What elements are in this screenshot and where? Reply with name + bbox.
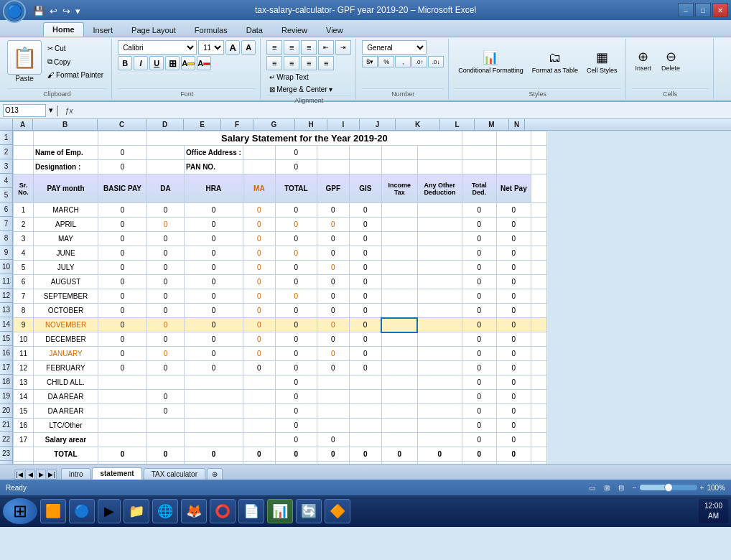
comma-btn[interactable]: , (395, 56, 411, 67)
taskbar-vlc-btn[interactable]: 🔶 (325, 499, 350, 523)
cell-G9[interactable]: 0 (275, 261, 317, 275)
cell-A17[interactable]: 13 (14, 375, 34, 390)
cell-A7[interactable]: 3 (14, 232, 34, 246)
align-justify-btn[interactable]: ≡ (318, 56, 334, 70)
col-header-C[interactable]: C (98, 119, 146, 130)
cell-A18[interactable]: 14 (14, 390, 34, 404)
cell-E16[interactable]: 0 (185, 361, 243, 375)
cell-I5[interactable]: 0 (349, 203, 381, 218)
cell-B7[interactable]: MAY (34, 232, 98, 246)
cell-B5[interactable]: MARCH (34, 203, 98, 218)
save-quick-btn[interactable]: 💾 (32, 4, 46, 18)
sheet-tab-statement[interactable]: statement (92, 467, 141, 480)
cell-E17[interactable] (185, 375, 243, 390)
cell-F20[interactable] (243, 419, 275, 433)
cell-D4[interactable]: DA (147, 174, 185, 203)
cell-N15[interactable] (531, 347, 546, 361)
cell-G2[interactable]: 0 (275, 146, 317, 160)
cell-K21[interactable] (417, 433, 462, 447)
cell-J20[interactable] (381, 419, 417, 433)
cell-E9[interactable]: 0 (185, 261, 243, 275)
cell-N22[interactable] (531, 447, 546, 462)
cell-K5[interactable] (417, 203, 462, 218)
cell-B2[interactable]: Name of Emp. (34, 146, 98, 160)
cell-C21[interactable] (98, 433, 147, 447)
office-button[interactable]: 🔵 (3, 0, 26, 23)
cell-N14[interactable] (531, 332, 546, 347)
cell-L4[interactable]: TotalDed. (462, 174, 496, 203)
cell-reference-input[interactable] (3, 104, 46, 117)
cell-I20[interactable] (349, 419, 381, 433)
bold-button[interactable]: B (118, 56, 132, 70)
cell-E12[interactable]: 0 (185, 304, 243, 318)
cell-K3[interactable] (417, 160, 462, 174)
cell-M1[interactable] (496, 131, 531, 146)
cell-C3[interactable]: 0 (98, 160, 147, 174)
row-num-15[interactable]: 15 (0, 332, 12, 346)
cell-J22[interactable]: 0 (381, 447, 417, 462)
cell-F6[interactable]: 0 (243, 218, 275, 232)
cell-I2[interactable] (349, 146, 381, 160)
cell-N23[interactable] (531, 462, 546, 465)
minimize-btn[interactable]: – (678, 3, 694, 17)
cell-M12[interactable]: 0 (496, 304, 531, 318)
cell-G16[interactable]: 0 (275, 361, 317, 375)
cell-K6[interactable] (417, 218, 462, 232)
cell-M5[interactable]: 0 (496, 203, 531, 218)
row-num-22[interactable]: 22 (0, 432, 12, 447)
cell-C5[interactable]: 0 (98, 203, 147, 218)
cell-N5[interactable] (531, 203, 546, 218)
prev-sheet-btn[interactable]: ◀ (25, 470, 35, 480)
start-button[interactable]: ⊞ (3, 498, 37, 524)
fill-color-button[interactable]: A (181, 56, 195, 70)
cell-F21[interactable] (243, 433, 275, 447)
cell-D18[interactable]: 0 (147, 390, 185, 404)
cell-C13[interactable]: 0 (98, 318, 147, 332)
cell-E3[interactable]: PAN NO. (185, 160, 243, 174)
cell-I22[interactable]: 0 (349, 447, 381, 462)
cell-E2[interactable]: Office Address : (185, 146, 243, 160)
cell-M22[interactable]: 0 (496, 447, 531, 462)
row-num-13[interactable]: 13 (0, 303, 12, 317)
cell-H7[interactable]: 0 (317, 232, 349, 246)
cell-D14[interactable]: 0 (147, 332, 185, 347)
cell-F7[interactable]: 0 (243, 232, 275, 246)
cell-B6[interactable]: APRIL (34, 218, 98, 232)
col-header-I[interactable]: I (327, 119, 360, 130)
first-sheet-btn[interactable]: |◀ (14, 470, 24, 480)
col-header-A[interactable]: A (13, 119, 33, 130)
cell-H20[interactable] (317, 419, 349, 433)
cell-A4[interactable]: Sr.No. (14, 174, 34, 203)
row-num-7[interactable]: 7 (0, 217, 12, 231)
cell-G3[interactable]: 0 (275, 160, 317, 174)
cell-N21[interactable] (531, 433, 546, 447)
cell-N16[interactable] (531, 361, 546, 375)
cell-D10[interactable]: 0 (147, 275, 185, 289)
cell-G13[interactable]: 0 (275, 318, 317, 332)
cell-J6[interactable] (381, 218, 417, 232)
font-size-select[interactable]: 11 (198, 40, 224, 55)
cell-G21[interactable]: 0 (275, 433, 317, 447)
cell-B23[interactable] (34, 462, 98, 465)
cell-D7[interactable]: 0 (147, 232, 185, 246)
cut-button[interactable]: ✂ Cut (44, 43, 107, 54)
cell-M19[interactable]: 0 (496, 404, 531, 419)
cell-C15[interactable]: 0 (98, 347, 147, 361)
cell-G18[interactable]: 0 (275, 390, 317, 404)
cell-L2[interactable] (462, 146, 496, 160)
cell-B11[interactable]: SEPTEMBER (34, 289, 98, 304)
cell-K4[interactable]: Any OtherDeduction (417, 174, 462, 203)
cell-G6[interactable]: 0 (275, 218, 317, 232)
cell-E11[interactable]: 0 (185, 289, 243, 304)
row-num-3[interactable]: 3 (0, 159, 12, 174)
taskbar-powerpoint-btn[interactable]: 🟧 (40, 499, 66, 523)
cell-F3[interactable] (243, 160, 275, 174)
cell-K10[interactable] (417, 275, 462, 289)
cell-M16[interactable]: 0 (496, 361, 531, 375)
cell-L17[interactable]: 0 (462, 375, 496, 390)
cell-H13[interactable]: 0 (317, 318, 349, 332)
cell-H17[interactable] (317, 375, 349, 390)
cell-J17[interactable] (381, 375, 417, 390)
cell-I6[interactable]: 0 (349, 218, 381, 232)
view-layout-btn[interactable]: ⊞ (604, 484, 610, 492)
